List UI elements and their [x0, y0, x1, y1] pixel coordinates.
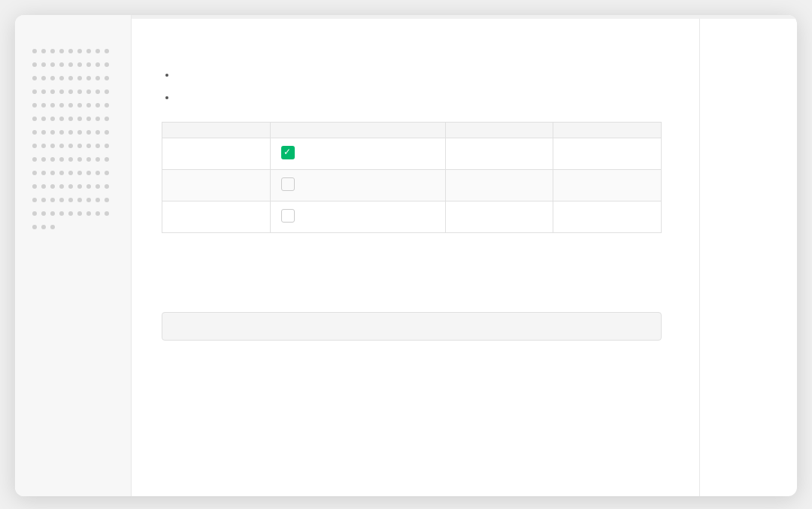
note-3	[445, 201, 553, 232]
contact-3	[553, 201, 662, 232]
left-panel: // Generate dots const dotsContainer = d…	[15, 15, 132, 496]
bullet-list	[177, 66, 662, 107]
org-name-2	[162, 169, 271, 201]
right-sidebar	[699, 15, 797, 496]
section-heading	[162, 263, 662, 269]
main-content	[132, 15, 699, 496]
organizations-table	[162, 122, 662, 233]
contact-2	[553, 169, 662, 201]
col-note	[445, 122, 553, 138]
note-2	[445, 169, 553, 201]
bullet-item-1	[177, 66, 662, 84]
table-header-row	[162, 122, 662, 138]
empty-checkbox-3	[281, 209, 295, 223]
table-row	[162, 201, 662, 232]
table-row	[162, 138, 662, 169]
org-name-1	[162, 138, 271, 169]
check-icon	[281, 146, 295, 159]
main-window: // Generate dots const dotsContainer = d…	[15, 15, 797, 496]
col-org	[162, 122, 271, 138]
section-body-1	[162, 281, 662, 300]
contact-1	[553, 138, 662, 169]
progress-3	[270, 201, 445, 232]
note-1	[445, 138, 553, 169]
table-row	[162, 169, 662, 201]
col-contact	[553, 122, 662, 138]
code-block	[162, 312, 662, 341]
top-bar	[15, 15, 797, 19]
bullet-item-2	[177, 89, 662, 107]
progress-1	[270, 138, 445, 169]
col-progress	[270, 122, 445, 138]
dots-decoration: // Generate dots const dotsContainer = d…	[30, 45, 113, 195]
progress-2	[270, 169, 445, 201]
org-name-3	[162, 201, 271, 232]
empty-checkbox-2	[281, 177, 295, 191]
